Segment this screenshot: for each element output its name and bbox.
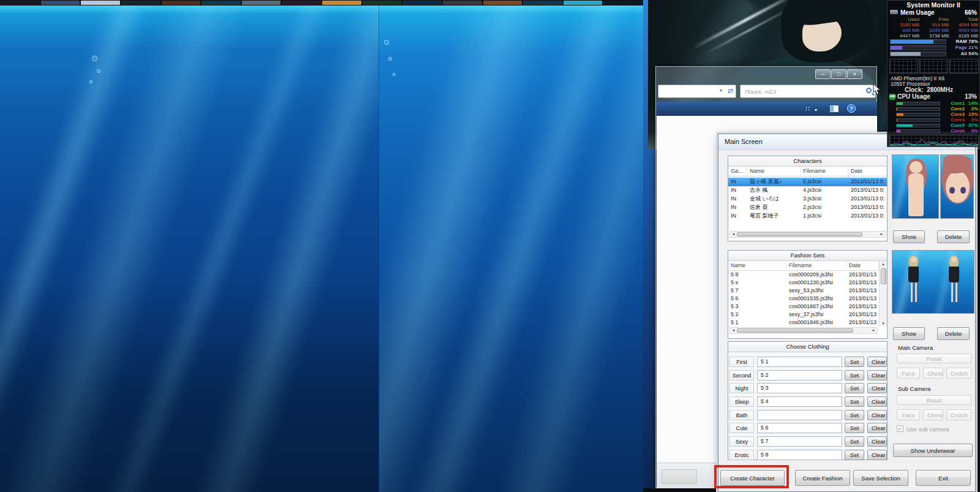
clothing-slot-label: Night [729, 383, 754, 393]
thumbnail [603, 1, 643, 5]
main-camera-chest-button[interactable]: Chest [923, 368, 943, 379]
help-icon[interactable]: ? [847, 104, 856, 113]
clear-button[interactable]: Clear [867, 410, 887, 420]
column-ga[interactable]: Ga... [728, 167, 747, 176]
create-fashion-button[interactable]: Create Fashion [795, 470, 850, 486]
set-button[interactable]: Set [845, 370, 864, 380]
set-button[interactable]: Set [845, 423, 864, 433]
clear-button[interactable]: Clear [867, 423, 887, 433]
character-show-button[interactable]: Show [893, 230, 925, 243]
search-icon[interactable] [866, 88, 872, 93]
thumbnail [81, 1, 120, 5]
clear-button[interactable]: Clear [867, 357, 887, 367]
fashion-delete-button[interactable]: Delete [937, 327, 970, 340]
sub-camera-chest-button[interactable]: Chest [923, 409, 943, 420]
set-button[interactable]: Set [845, 450, 864, 460]
column-date[interactable]: Date [848, 167, 887, 176]
set-button[interactable]: Set [845, 436, 864, 447]
main-camera-face-button[interactable]: Face [897, 368, 920, 379]
clothing-value-field[interactable]: 5 6 [757, 423, 842, 433]
scroll-up-icon[interactable]: ▲ [880, 262, 887, 266]
exit-button[interactable]: Exit [916, 470, 971, 486]
clear-button[interactable]: Clear [867, 450, 887, 460]
character-row[interactable]: IN 吉永 楓 4.js3csi 2013/01/13 0: [728, 186, 887, 195]
set-button[interactable]: Set [845, 357, 864, 367]
cell-filename: cos0001846.js3fsi [786, 319, 846, 325]
mem-table: Used Free Total 3180 MB 914 MB 4094 MB 8… [890, 17, 978, 39]
clothing-value-field[interactable]: 5 7 [757, 436, 842, 447]
characters-horizontal-scrollbar[interactable]: ◄ ► [729, 231, 886, 238]
mem-row-all: 4447 MB 3738 MB 8185 MB [890, 33, 978, 39]
address-dropdown-icon[interactable]: ▾ [720, 88, 722, 93]
set-button[interactable]: Set [845, 396, 864, 407]
address-bar[interactable]: ▾ ⇄ [658, 85, 736, 98]
clothing-value-field[interactable]: 5 1 [757, 357, 842, 367]
fashion-show-button[interactable]: Show [893, 327, 925, 340]
maximize-button[interactable]: □ [831, 69, 846, 79]
save-selection-button[interactable]: Save Selection [853, 470, 908, 486]
fashion-row[interactable]: 5 7 sexy_53.js3fsi 2013/01/13 [728, 287, 879, 295]
scrollbar-thumb[interactable] [881, 268, 886, 284]
fashion-row[interactable]: 5 6 cos0001535.js3fsi 2013/01/13 [728, 295, 879, 303]
fashion-row[interactable]: 5 s cos0001230.js3fsi 2013/01/13 [728, 279, 879, 287]
search-input[interactable]: Поиск: AG3 [740, 85, 876, 98]
column-name[interactable]: Name [728, 261, 786, 270]
main-camera-reset-button[interactable]: Reset [897, 354, 971, 363]
character-delete-button[interactable]: Delete [937, 230, 970, 243]
set-button[interactable]: Set [845, 383, 864, 393]
column-date[interactable]: Date [846, 261, 879, 270]
character-row[interactable]: IN 金城 いろは 3.js3csi 2013/01/13 0: [728, 195, 887, 203]
clear-button[interactable]: Clear [867, 370, 887, 380]
scroll-right-icon[interactable]: ► [878, 232, 885, 237]
cell-name: 佐倉 葵 [747, 203, 801, 212]
view-dropdown-icon[interactable]: ▾ [815, 107, 817, 114]
mem-free: 3245 MB [919, 28, 949, 33]
fashion-row[interactable]: 5 2 sexy_37.js3fsi 2013/01/13 [728, 311, 879, 319]
character-row[interactable]: IN 竜宮 梨穂子 1.js3csi 2013/01/13 0: [728, 212, 887, 221]
clothing-value-field[interactable]: 5 2 [757, 370, 842, 380]
close-button[interactable]: × [847, 69, 862, 79]
fashion-row[interactable]: 5 1 cos0001846.js3fsi 2013/01/13 [728, 319, 879, 325]
col-total: Total [949, 17, 978, 22]
main-camera-crotch-button[interactable]: Crotch [946, 368, 971, 379]
scroll-right-icon[interactable]: ► [870, 328, 877, 333]
system-monitor-gadget[interactable]: System Monitor II Mem Usage 66% Used Fre… [887, 0, 980, 147]
show-underwear-button[interactable]: Show Underwear [893, 444, 973, 457]
character-row[interactable]: IN 佐倉 葵 2.js3csi 2013/01/13 0: [728, 203, 887, 212]
column-filename[interactable]: Filename [786, 261, 846, 270]
clothing-value-field[interactable]: 5 8 [757, 450, 842, 460]
thumbnail [202, 1, 241, 5]
clear-button[interactable]: Clear [867, 396, 887, 407]
scrollbar-thumb[interactable] [737, 328, 853, 333]
change-view-icon[interactable]: ∷ [805, 105, 810, 112]
sub-camera-reset-button[interactable]: Reset [897, 395, 971, 405]
use-sub-camera-checkbox[interactable]: ✓ [897, 425, 903, 432]
minimize-button[interactable]: ─ [815, 69, 831, 79]
create-character-button[interactable]: Create Character [720, 470, 785, 486]
fashion-row[interactable]: 5 3 cos0001867.js3fsi 2013/01/13 [728, 303, 879, 311]
scrollbar-thumb[interactable] [737, 232, 862, 237]
cell-name: 金城 いろは [747, 195, 801, 203]
scroll-left-icon[interactable]: ◄ [730, 232, 737, 237]
fashion-vertical-scrollbar[interactable]: ▲ ▼ [879, 261, 887, 327]
column-name[interactable]: Name [747, 167, 801, 176]
page-bar-label: Page 21% [948, 45, 978, 51]
clothing-value-field[interactable] [757, 410, 842, 420]
refresh-icon[interactable]: ⇄ [728, 87, 733, 95]
clothing-value-field[interactable]: 5 3 [757, 383, 842, 393]
clothing-value-field[interactable]: 5 4 [757, 396, 842, 407]
set-button[interactable]: Set [845, 410, 864, 420]
mouse-cursor [873, 83, 881, 95]
preview-pane-icon[interactable] [830, 105, 839, 112]
fashion-horizontal-scrollbar[interactable]: ◄ ► [729, 327, 878, 334]
scroll-left-icon[interactable]: ◄ [730, 328, 737, 333]
character-row[interactable]: IN 龍ヶ崎 美麗♪ 5.js3csi 2013/01/13 0: [728, 178, 887, 186]
sub-camera-face-button[interactable]: Face [897, 409, 920, 420]
clear-button[interactable]: Clear [867, 383, 887, 393]
clear-button[interactable]: Clear [867, 436, 887, 447]
window-caption-buttons: ─ □ × [815, 69, 862, 79]
sub-camera-crotch-button[interactable]: Crotch [946, 409, 971, 420]
scroll-down-icon[interactable]: ▼ [880, 322, 887, 325]
fashion-row[interactable]: 5 8 cos0000209.js3fsi 2013/01/13 [728, 271, 879, 279]
column-filename[interactable]: Filename [801, 167, 848, 176]
